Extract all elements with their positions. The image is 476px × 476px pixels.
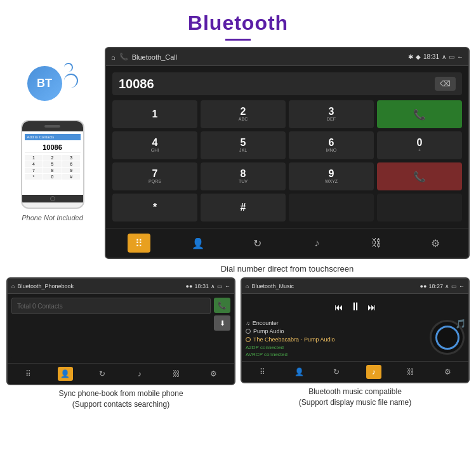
track-3-icon — [246, 337, 251, 342]
search-placeholder: Total 0 Contacts — [17, 303, 63, 310]
ms-back: ← — [459, 283, 465, 289]
ms-nav-recent[interactable]: ↻ — [329, 365, 344, 379]
music-column: ⌂ Bluetooth_Music ●● 18:27 ∧ ▭ ← ⏮ ⏸ ⏭ — [241, 277, 470, 411]
phone-key-hash: # — [62, 174, 81, 180]
key-0-main[interactable]: 0 + — [377, 131, 462, 159]
home-icon: ⌂ — [111, 53, 116, 61]
main-caption: Dial number direct from touchscreen — [105, 259, 470, 277]
bt-status-icon: ✱ — [408, 53, 413, 60]
key-8-main: 8 — [241, 169, 246, 179]
ms-screen: ▭ — [451, 283, 457, 289]
track-2-name: Pump Audio — [253, 328, 284, 334]
music-screen: ⌂ Bluetooth_Music ●● 18:27 ∧ ▭ ← ⏮ ⏸ ⏭ — [241, 277, 470, 383]
title-section: Bluetooth — [0, 0, 476, 47]
ms-nav-dialpad[interactable]: ⠿ — [255, 365, 270, 379]
bt-waves — [64, 63, 78, 88]
key-3[interactable]: 3 DEF — [289, 100, 374, 128]
ms-nav-settings[interactable]: ⚙ — [440, 365, 456, 379]
phone-key-star: * — [25, 174, 43, 180]
nav-settings[interactable]: ⚙ — [424, 234, 447, 253]
phonebook-content: Total 0 Contacts 📞 ⬇ — [8, 294, 234, 363]
music-caption: Bluetooth music compatible (Support disp… — [241, 383, 470, 409]
phone-not-included-label: Phone Not Included — [22, 214, 83, 221]
key-3-main: 3 — [329, 107, 334, 117]
nav-recent[interactable]: ↻ — [246, 234, 269, 253]
nav-music[interactable]: ♪ — [305, 234, 328, 253]
music-content: ⏮ ⏸ ⏭ ♫ Encounter Pump Audio — [242, 294, 468, 361]
time-display: 18:31 — [423, 53, 439, 60]
key-hash[interactable]: # — [201, 194, 286, 221]
key-8[interactable]: 8 TUV — [201, 162, 286, 190]
play-pause-button[interactable]: ⏸ — [350, 300, 361, 314]
music-bottom-nav: ⠿ 👤 ↻ ♪ ⛓ ⚙ — [242, 361, 468, 382]
key-9[interactable]: 9 WXYZ — [289, 162, 374, 190]
pb-nav-music[interactable]: ♪ — [132, 367, 147, 381]
key-call[interactable]: 📞 — [377, 100, 462, 128]
ms-nav-link[interactable]: ⛓ — [403, 365, 418, 379]
bt-label: BT — [37, 77, 52, 90]
track-1-icon: ♫ — [246, 320, 250, 326]
right-panel: ⌂ 📞 Bluetooth_Call ✱ ◆ 18:31 ∧ ▭ ← 10086… — [105, 47, 470, 277]
phonebook-title: Bluetooth_Phonebook — [17, 283, 74, 289]
key-empty-1 — [289, 194, 374, 221]
key-6[interactable]: 6 MNO — [289, 131, 374, 159]
backspace-button[interactable]: ⌫ — [435, 77, 456, 91]
contacts-search-input[interactable]: Total 0 Contacts — [11, 298, 211, 314]
call-end-icon: 📞 — [413, 171, 426, 183]
key-4-sub: GHI — [151, 148, 159, 153]
key-7[interactable]: 7 PQRS — [112, 162, 197, 190]
phone-key-3: 3 — [62, 155, 81, 161]
screen-icon: ▭ — [449, 53, 454, 60]
pb-back: ← — [225, 283, 230, 289]
phone-number-display: 10086 — [25, 142, 81, 153]
bt-icon-container: BT — [27, 60, 78, 110]
key-1[interactable]: 1 — [112, 100, 197, 128]
bt-circle: BT — [27, 66, 62, 101]
key-star[interactable]: * — [112, 194, 197, 221]
phone-speaker — [44, 125, 60, 128]
phonebook-screen: ⌂ Bluetooth_Phonebook ●● 18:31 ∧ ▭ ← Tot… — [6, 277, 235, 385]
key-5[interactable]: 5 JKL — [201, 131, 286, 159]
phonebook-call-button[interactable]: 📞 — [214, 298, 230, 313]
music-header: ⌂ Bluetooth_Music ●● 18:27 ∧ ▭ ← — [242, 279, 468, 294]
keypad-grid: 1 2 ABC 3 DEF 📞 — [112, 100, 462, 221]
nav-contacts[interactable]: 👤 — [187, 234, 209, 253]
prev-button[interactable]: ⏮ — [334, 302, 343, 312]
phone-home-button[interactable] — [50, 196, 55, 201]
next-button[interactable]: ⏭ — [367, 302, 376, 312]
pb-nav-recent[interactable]: ↻ — [95, 367, 110, 381]
pb-nav-link[interactable]: ⛓ — [169, 367, 184, 381]
phonebook-home-icon: ⌂ — [11, 283, 15, 289]
pb-nav-dialpad[interactable]: ⠿ — [20, 367, 36, 381]
phone-keypad: 1 2 3 4 5 6 7 8 9 * 0 # — [25, 155, 81, 180]
ms-nav-music[interactable]: ♪ — [366, 365, 381, 379]
key-2-sub: ABC — [239, 117, 248, 122]
pb-time: 18:31 — [194, 283, 209, 289]
key-7-main: 7 — [152, 169, 158, 179]
music-playback-controls: ⏮ ⏸ ⏭ — [246, 298, 465, 316]
nav-dialpad[interactable]: ⠿ — [128, 234, 150, 253]
phonebook-column: ⌂ Bluetooth_Phonebook ●● 18:31 ∧ ▭ ← Tot… — [6, 277, 235, 411]
key-1-main: 1 — [152, 109, 158, 119]
pb-nav-contacts[interactable]: 👤 — [58, 367, 73, 381]
dialed-number: 10086 — [119, 77, 154, 91]
phone-key-5: 5 — [43, 161, 62, 167]
left-panel: BT Add to Contacts 10086 1 2 3 4 5 — [6, 47, 98, 277]
key-2[interactable]: 2 ABC — [201, 100, 286, 128]
phone-key-0: 0 — [43, 174, 62, 180]
track-item-1: ♫ Encounter — [246, 320, 426, 326]
phonebook-download-button[interactable]: ⬇ — [214, 315, 230, 331]
key-2-main: 2 — [241, 107, 246, 117]
ms-nav-contacts[interactable]: 👤 — [292, 365, 307, 379]
phonebook-caption-line2: (Support contacts searching) — [72, 400, 169, 409]
track-list: ♫ Encounter Pump Audio The Cheebacabra -… — [246, 320, 426, 357]
nav-link[interactable]: ⛓ — [365, 234, 388, 253]
title-underline — [225, 39, 251, 41]
key-call-end[interactable]: 📞 — [377, 162, 462, 190]
key-empty-2 — [377, 194, 462, 221]
car-screen-header: ⌂ 📞 Bluetooth_Call ✱ ◆ 18:31 ∧ ▭ ← — [106, 48, 468, 66]
phone-contacts-bar: Add to Contacts — [25, 134, 81, 140]
pb-nav-settings[interactable]: ⚙ — [206, 367, 221, 381]
key-6-main: 6 — [329, 138, 334, 148]
key-4[interactable]: 4 GHI — [112, 131, 197, 159]
